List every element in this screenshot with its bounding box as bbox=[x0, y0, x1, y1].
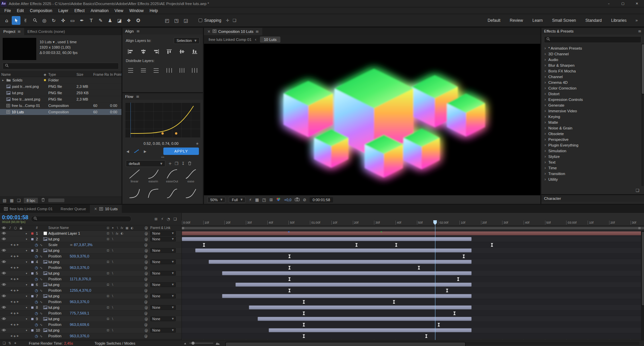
visibility-eye-icon[interactable] bbox=[2, 260, 6, 264]
add-keyframe-icon[interactable]: ◆ bbox=[13, 255, 15, 258]
exposure-value[interactable]: +0,0 bbox=[284, 198, 291, 202]
guides-icon[interactable]: ⊞ bbox=[269, 197, 273, 202]
layer-duration-bar[interactable] bbox=[209, 260, 472, 264]
project-item-row[interactable]: free lu...Comp 01 Composition 60 0:00 bbox=[0, 103, 121, 109]
project-item-row[interactable]: lut.png PNG file 259 KB bbox=[0, 90, 121, 96]
effects-category-row[interactable]: › Generate bbox=[541, 102, 644, 108]
property-value[interactable]: 963,0,376,0 bbox=[70, 334, 89, 338]
menu-help[interactable]: Help bbox=[147, 7, 161, 14]
panel-close-icon[interactable]: × bbox=[207, 29, 211, 34]
visibility-eye-icon[interactable] bbox=[2, 271, 6, 275]
next-keyframe-icon[interactable]: ▶ bbox=[17, 335, 19, 337]
duplicate-preset-icon[interactable]: ❐ bbox=[175, 161, 178, 166]
flow-preset-extra[interactable] bbox=[163, 188, 181, 203]
prev-keyframe-icon[interactable]: ◀ bbox=[10, 243, 12, 246]
prev-keyframe-icon[interactable]: ◀ bbox=[10, 289, 12, 292]
pickwhip-icon[interactable]: @ bbox=[142, 334, 150, 338]
keyframe-icon[interactable] bbox=[457, 277, 460, 281]
chevron-right-icon[interactable]: › bbox=[544, 114, 546, 119]
effects-category-row[interactable]: › Simulation bbox=[541, 148, 644, 154]
parent-link-dropdown[interactable]: None▼ bbox=[150, 328, 176, 333]
chevron-right-icon[interactable]: › bbox=[544, 97, 546, 102]
layer-color-swatch[interactable] bbox=[31, 261, 34, 264]
chevron-right-icon[interactable]: › bbox=[544, 120, 546, 125]
effects-category-row[interactable]: › Plugin Everything bbox=[541, 142, 644, 148]
pickwhip-icon[interactable]: @ bbox=[142, 294, 150, 298]
visibility-eye-icon[interactable] bbox=[2, 294, 6, 298]
timeline-property-row[interactable]: ◀◆▶ ◷∿ Position1171,8,376,0 @ bbox=[0, 276, 181, 282]
panel-corner-icon[interactable]: ❏ bbox=[636, 188, 639, 194]
align-vcenter-icon[interactable] bbox=[178, 49, 186, 55]
next-keyframe-icon[interactable]: ▶ bbox=[17, 278, 19, 280]
flow-preset-linear[interactable]: linear bbox=[125, 169, 144, 187]
tab-project[interactable]: Project ≡ bbox=[0, 28, 24, 35]
keyframe-icon[interactable] bbox=[203, 243, 205, 247]
visibility-eye-icon[interactable] bbox=[2, 248, 6, 252]
add-keyframe-icon[interactable]: ◆ bbox=[13, 312, 15, 315]
timeline-property-row[interactable]: ◀◆▶ ◷∿ Position963,0,376,0 @ bbox=[0, 299, 181, 305]
pickwhip-icon[interactable]: @ bbox=[142, 254, 150, 258]
flow-prev-icon[interactable]: ◀ bbox=[126, 150, 129, 153]
flow-curve-editor[interactable] bbox=[125, 103, 200, 137]
prev-keyframe-icon[interactable]: ◀ bbox=[10, 300, 12, 303]
column-name[interactable]: Name bbox=[0, 72, 42, 76]
add-keyframe-icon[interactable]: ◆ bbox=[13, 243, 15, 246]
flow-bezier-value[interactable]: 0.52, 0.00, 0.74, 0.00 bbox=[126, 141, 196, 146]
layer-twirl-icon[interactable]: ▾ bbox=[23, 295, 30, 298]
chevron-right-icon[interactable]: › bbox=[544, 177, 546, 182]
visibility-eye-icon[interactable] bbox=[2, 231, 6, 235]
effects-category-row[interactable]: › Noise & Grain bbox=[541, 125, 644, 131]
layer-twirl-icon[interactable]: ▾ bbox=[23, 261, 30, 264]
layer-color-swatch[interactable] bbox=[31, 232, 34, 235]
layer-duration-bar[interactable] bbox=[249, 305, 472, 309]
column-0[interactable]: Type bbox=[47, 72, 75, 76]
flow-preset-extra[interactable] bbox=[144, 188, 163, 203]
keyframe-icon[interactable] bbox=[395, 243, 397, 247]
chevron-right-icon[interactable]: › bbox=[544, 143, 546, 148]
timeline-layer-row[interactable]: ▾ 4 lut.png ⊡∖ @ None▼ bbox=[0, 259, 181, 265]
flow-preset-dropdown[interactable]: default▼ bbox=[126, 160, 165, 167]
expand-collapse-icon[interactable]: ⇅ bbox=[8, 341, 11, 345]
flow-graph-mode-icon[interactable] bbox=[134, 149, 139, 153]
keyframe-icon[interactable] bbox=[355, 243, 358, 247]
graph-icon[interactable]: ∿ bbox=[40, 266, 43, 270]
stopwatch-icon[interactable]: ◷ bbox=[35, 277, 38, 281]
keyframe-icon[interactable] bbox=[288, 266, 291, 270]
quality-switch-icon[interactable]: ∖ bbox=[112, 317, 114, 321]
dist-hright-icon[interactable] bbox=[191, 67, 199, 73]
project-item-name[interactable]: lut.png bbox=[12, 91, 23, 95]
property-value[interactable]: 1255,4,376,0 bbox=[70, 288, 91, 292]
trash-icon[interactable] bbox=[41, 198, 45, 203]
project-item-name[interactable]: Solids bbox=[12, 78, 22, 82]
property-value[interactable]: 1171,8,376,0 bbox=[70, 277, 91, 281]
layer-duration-bar[interactable] bbox=[182, 231, 644, 235]
thumbnail-view-icon[interactable]: ▦ bbox=[10, 198, 13, 203]
chevron-right-icon[interactable]: › bbox=[544, 137, 546, 142]
pickwhip-icon[interactable]: @ bbox=[142, 317, 150, 321]
collapse-switch-icon[interactable]: ⊡ bbox=[107, 306, 109, 309]
quality-switch-icon[interactable]: ∖ bbox=[112, 306, 114, 309]
apply-button[interactable]: APPLY bbox=[163, 148, 199, 155]
panel-menu-icon[interactable]: ≡ bbox=[17, 29, 21, 34]
visibility-eye-icon[interactable] bbox=[2, 305, 6, 309]
zoom-out-icon[interactable] bbox=[184, 342, 187, 345]
panel-menu-icon[interactable]: ≡ bbox=[136, 94, 139, 99]
pickwhip-icon[interactable]: @ bbox=[142, 300, 150, 304]
next-keyframe-icon[interactable]: ▶ bbox=[17, 300, 19, 303]
timeline-property-row[interactable]: ◀◆▶ ◷∿ Position1255,4,376,0 @ bbox=[0, 288, 181, 293]
keyframe-icon[interactable] bbox=[463, 254, 465, 258]
transparency-grid-icon[interactable]: ▦ bbox=[255, 197, 259, 202]
layer-color-swatch[interactable] bbox=[31, 329, 34, 332]
effects-category-row[interactable]: › Blur & Sharpen bbox=[541, 62, 644, 68]
project-item-name[interactable]: paid tr...rent.png bbox=[12, 84, 39, 89]
layer-color-swatch[interactable] bbox=[31, 283, 34, 286]
twirl-icon[interactable]: ▸ bbox=[1, 78, 5, 82]
project-item-row[interactable]: 10 Luts Composition 60 0:00 bbox=[0, 109, 121, 115]
channel-rgb-icon[interactable] bbox=[276, 197, 281, 202]
layer-name[interactable]: lut.png bbox=[48, 271, 105, 275]
pen-tool[interactable]: ✒ bbox=[77, 16, 86, 25]
timeline-property-row[interactable]: ◀◆▶ ◷∿ Position509,9,376,0 @ bbox=[0, 253, 181, 259]
timeline-property-row[interactable]: ◀◆▶ ◷∿ Scale∞87,3,87,3% @ bbox=[0, 242, 181, 248]
label-color-swatch[interactable] bbox=[44, 79, 46, 81]
effects-category-row[interactable]: › Matte bbox=[541, 119, 644, 125]
